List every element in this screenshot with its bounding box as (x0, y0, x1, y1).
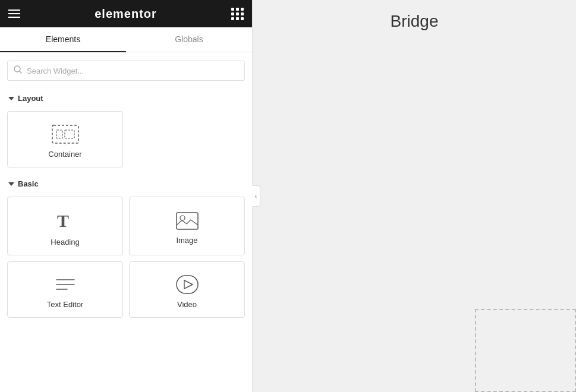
heading-icon: T (55, 210, 76, 232)
svg-rect-11 (177, 276, 198, 293)
tabs-bar: Elements Globals (0, 27, 252, 52)
svg-point-7 (180, 216, 185, 220)
text-editor-label: Text Editor (47, 300, 83, 309)
image-label: Image (176, 236, 197, 245)
main-canvas: Bridge (253, 0, 576, 392)
layout-section-header[interactable]: Layout (0, 89, 252, 109)
basic-section-label: Basic (18, 179, 39, 188)
chevron-down-icon-basic (8, 182, 14, 186)
container-icon (52, 125, 79, 144)
svg-rect-6 (177, 213, 198, 229)
widget-image[interactable]: Image (129, 197, 245, 255)
widget-text-editor[interactable]: Text Editor (7, 261, 123, 318)
layout-widget-grid: Container (0, 109, 252, 175)
svg-line-1 (20, 71, 21, 73)
widget-container[interactable]: Container (7, 111, 123, 167)
tab-globals[interactable]: Globals (126, 27, 252, 52)
svg-rect-4 (65, 130, 74, 138)
search-box (7, 61, 245, 81)
search-wrapper (0, 52, 252, 89)
drop-zone[interactable] (475, 309, 576, 392)
chevron-down-icon (8, 97, 14, 100)
video-label: Video (177, 300, 197, 309)
svg-marker-12 (184, 280, 193, 289)
elementor-logo: elementor (95, 7, 157, 21)
layout-section-label: Layout (18, 94, 43, 103)
collapse-sidebar-button[interactable]: ‹ (252, 185, 260, 207)
heading-label: Heading (51, 238, 79, 246)
top-bar: elementor (0, 0, 252, 27)
search-input[interactable] (27, 67, 238, 75)
grid-dots-button[interactable] (231, 8, 244, 20)
svg-text:T: T (57, 211, 69, 230)
canvas-title: Bridge (391, 12, 439, 31)
text-editor-icon (54, 275, 77, 294)
widget-video[interactable]: Video (129, 261, 245, 318)
basic-widget-grid: T Heading Image (0, 194, 252, 325)
sidebar: elementor Elements Globals Layout (0, 0, 253, 392)
hamburger-menu-button[interactable] (8, 10, 20, 18)
search-icon (14, 65, 22, 76)
image-icon (176, 212, 199, 230)
basic-section-header[interactable]: Basic (0, 175, 252, 194)
svg-rect-3 (56, 130, 62, 138)
widget-heading[interactable]: T Heading (7, 197, 123, 255)
video-icon (176, 275, 199, 294)
tab-elements[interactable]: Elements (0, 27, 126, 52)
container-label: Container (48, 150, 81, 159)
